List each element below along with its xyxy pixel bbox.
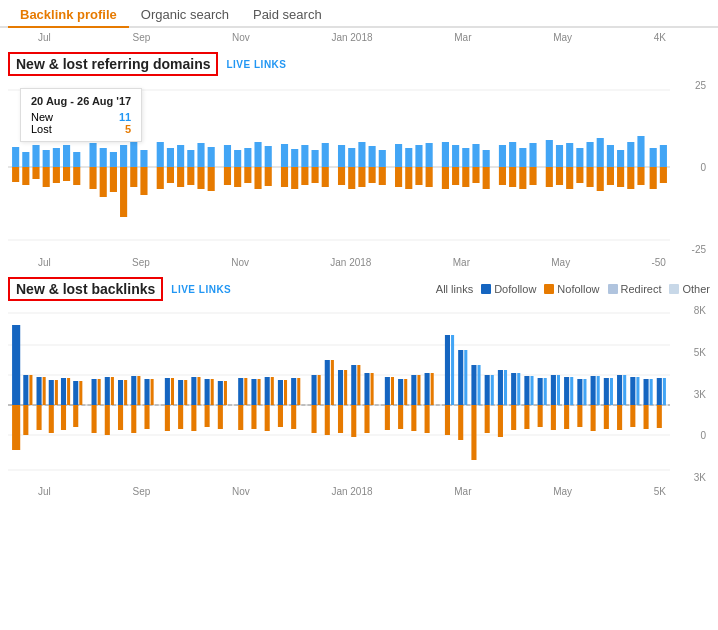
bot2-5k: 5K bbox=[654, 486, 666, 499]
svg-rect-178 bbox=[251, 379, 256, 405]
svg-rect-244 bbox=[564, 377, 569, 405]
svg-rect-155 bbox=[137, 376, 140, 405]
svg-rect-237 bbox=[524, 405, 529, 429]
svg-rect-137 bbox=[55, 380, 58, 405]
svg-rect-224 bbox=[478, 365, 481, 405]
svg-rect-40 bbox=[208, 167, 215, 191]
top-axis-row: Jul Sep Nov Jan 2018 Mar May 4K bbox=[0, 28, 718, 46]
bot2-jul: Jul bbox=[38, 486, 51, 499]
svg-rect-266 bbox=[663, 378, 666, 405]
legend-nofollow-dot bbox=[544, 284, 554, 294]
svg-rect-94 bbox=[519, 167, 526, 189]
svg-rect-110 bbox=[607, 167, 614, 185]
svg-rect-38 bbox=[197, 167, 204, 189]
svg-rect-143 bbox=[79, 381, 82, 405]
svg-rect-174 bbox=[218, 405, 223, 429]
svg-rect-87 bbox=[483, 150, 490, 167]
svg-rect-29 bbox=[157, 142, 164, 167]
tooltip-lost-label: Lost bbox=[31, 123, 52, 135]
tooltip-new-row: New 11 bbox=[31, 111, 131, 123]
svg-rect-54 bbox=[291, 167, 298, 189]
svg-rect-229 bbox=[498, 370, 503, 405]
svg-rect-112 bbox=[617, 167, 624, 187]
svg-rect-140 bbox=[67, 378, 70, 405]
svg-rect-109 bbox=[607, 145, 614, 167]
svg-rect-256 bbox=[617, 375, 622, 405]
svg-rect-249 bbox=[577, 405, 582, 427]
y2-label-0: 0 bbox=[700, 430, 706, 441]
svg-rect-180 bbox=[251, 405, 256, 429]
tooltip-lost-row: Lost 5 bbox=[31, 123, 131, 135]
svg-rect-198 bbox=[338, 405, 343, 433]
svg-rect-74 bbox=[405, 167, 412, 189]
svg-rect-204 bbox=[364, 405, 369, 433]
svg-rect-248 bbox=[583, 379, 586, 405]
svg-rect-233 bbox=[517, 373, 520, 405]
svg-rect-108 bbox=[597, 167, 604, 191]
svg-rect-208 bbox=[398, 379, 403, 405]
svg-rect-161 bbox=[171, 378, 174, 405]
legend-dofollow-label: Dofollow bbox=[494, 283, 536, 295]
chart2-wrap: 8K 5K 3K 0 3K bbox=[8, 305, 710, 483]
bottom-axis-row: Jul Sep Nov Jan 2018 Mar May -50 bbox=[0, 255, 718, 271]
svg-rect-5 bbox=[22, 152, 29, 167]
svg-rect-97 bbox=[546, 140, 553, 167]
legend-nofollow-label: Nofollow bbox=[557, 283, 599, 295]
axis-label-jul: Jul bbox=[38, 32, 51, 46]
svg-rect-53 bbox=[291, 149, 298, 167]
svg-rect-107 bbox=[597, 138, 604, 167]
svg-rect-91 bbox=[509, 142, 516, 167]
svg-rect-261 bbox=[630, 405, 635, 427]
svg-rect-28 bbox=[140, 167, 147, 195]
svg-rect-156 bbox=[131, 405, 136, 433]
chart2-header: New & lost backlinks LIVE LINKS All link… bbox=[0, 271, 718, 305]
svg-rect-9 bbox=[43, 150, 50, 167]
svg-rect-207 bbox=[385, 405, 390, 430]
svg-rect-130 bbox=[23, 375, 28, 405]
chart1-title: New & lost referring domains bbox=[8, 52, 218, 76]
svg-rect-67 bbox=[369, 146, 376, 167]
svg-rect-149 bbox=[111, 377, 114, 405]
svg-rect-144 bbox=[73, 405, 78, 427]
svg-rect-106 bbox=[586, 167, 593, 187]
svg-rect-132 bbox=[23, 405, 28, 435]
svg-rect-77 bbox=[426, 143, 433, 167]
svg-rect-168 bbox=[191, 405, 196, 431]
tab-paid-search[interactable]: Paid search bbox=[241, 3, 334, 28]
bot2-nov: Nov bbox=[232, 486, 250, 499]
svg-rect-22 bbox=[110, 167, 117, 192]
tab-backlink-profile[interactable]: Backlink profile bbox=[8, 3, 129, 28]
svg-rect-190 bbox=[312, 375, 317, 405]
svg-rect-99 bbox=[556, 145, 563, 167]
svg-rect-12 bbox=[53, 167, 60, 183]
svg-rect-55 bbox=[301, 145, 308, 167]
legend-redirect-label: Redirect bbox=[621, 283, 662, 295]
svg-rect-225 bbox=[471, 405, 476, 460]
svg-rect-111 bbox=[617, 150, 624, 167]
svg-rect-226 bbox=[485, 375, 490, 405]
svg-rect-82 bbox=[452, 167, 459, 185]
chart1-wrap: // Generated inline via template — bars … bbox=[8, 80, 710, 255]
svg-rect-103 bbox=[576, 148, 583, 167]
svg-rect-163 bbox=[178, 380, 183, 405]
chart2-live-links[interactable]: LIVE LINKS bbox=[171, 284, 231, 295]
axis-label-jan: Jan 2018 bbox=[331, 32, 372, 46]
svg-rect-39 bbox=[208, 147, 215, 167]
svg-rect-221 bbox=[464, 350, 467, 405]
chart1-live-links[interactable]: LIVE LINKS bbox=[226, 59, 286, 70]
svg-rect-95 bbox=[529, 143, 536, 167]
svg-rect-47 bbox=[254, 142, 261, 167]
svg-rect-239 bbox=[544, 378, 547, 405]
svg-rect-66 bbox=[358, 167, 365, 187]
svg-rect-81 bbox=[452, 145, 459, 167]
svg-rect-21 bbox=[110, 152, 117, 167]
svg-rect-231 bbox=[498, 405, 503, 437]
bot2-jan: Jan 2018 bbox=[331, 486, 372, 499]
svg-rect-42 bbox=[224, 167, 231, 185]
tab-organic-search[interactable]: Organic search bbox=[129, 3, 241, 28]
svg-rect-150 bbox=[105, 405, 110, 435]
svg-rect-98 bbox=[546, 167, 553, 187]
chart1-tooltip: 20 Aug - 26 Aug '17 New 11 Lost 5 bbox=[20, 88, 142, 142]
svg-rect-195 bbox=[325, 405, 330, 435]
svg-rect-46 bbox=[244, 167, 251, 183]
